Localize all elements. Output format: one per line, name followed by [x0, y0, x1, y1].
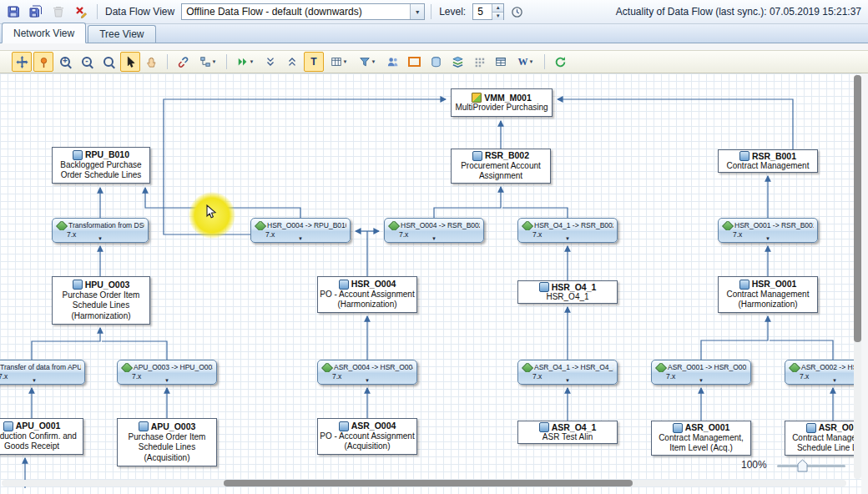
refresh-time-button[interactable]	[507, 2, 527, 22]
discard-changes-button[interactable]	[71, 2, 91, 22]
grid-table-button[interactable]	[491, 52, 511, 72]
execute-button[interactable]: ▼	[232, 52, 259, 72]
save-button[interactable]	[3, 2, 23, 22]
zoom-value: 100%	[741, 459, 767, 471]
transformation-label: HSR_O001 -> RSR_B001	[734, 221, 814, 230]
users-button[interactable]	[382, 52, 402, 72]
node-desc: Schedule Lines	[73, 300, 129, 311]
node-RPU_B010[interactable]: RPU_B010 Backlogged Purchase Order Sched…	[52, 147, 150, 184]
node-id: APU_O003	[151, 421, 196, 432]
expand-arrow-icon[interactable]: ▼	[699, 376, 704, 385]
transformation-node[interactable]: HSR_O004 -> RSR_B002 7.x ▼	[384, 218, 484, 243]
grid-dots-button[interactable]	[469, 52, 489, 72]
transformation-node[interactable]: ASR_O004 -> HSR_O004 7.x ▼	[317, 360, 417, 385]
expand-arrow-icon[interactable]: ▼	[365, 376, 370, 385]
datastore-icon	[739, 280, 749, 290]
node-RSR_B001[interactable]: RSR_B001 Contract Management	[718, 149, 818, 173]
expand-arrow-icon[interactable]: ▼	[431, 234, 437, 243]
expand-arrow-icon[interactable]: ▼	[98, 234, 103, 243]
expand-arrow-icon[interactable]: ▼	[832, 376, 837, 385]
node-HSR_O004[interactable]: HSR_O004 PO - Account Assignment (Harmon…	[317, 276, 417, 313]
node-HPU_O003[interactable]: HPU_O003 Purchase Order Item Schedule Li…	[52, 276, 150, 325]
data-flow-window: Data Flow View Offline Data Flow - defau…	[0, 0, 868, 494]
expand-arrow-icon[interactable]: ▼	[565, 234, 570, 243]
node-VMM_M001[interactable]: VMM_M001 MultiProvider Purchasing	[451, 88, 553, 117]
delete-button[interactable]	[48, 2, 68, 22]
zoom-slider-track[interactable]	[777, 465, 845, 467]
collapse-all-button[interactable]	[260, 52, 280, 72]
word-export-button[interactable]: W▼	[512, 52, 539, 72]
transformation-node[interactable]: ASR_O001 -> HSR_O001 7.x ▼	[651, 360, 751, 385]
mouse-cursor	[206, 204, 218, 223]
pan-mode-button[interactable]	[12, 52, 32, 72]
transformation-icon	[121, 363, 133, 372]
node-APU_O001[interactable]: APU_O001 Production Confirm. and Goods R…	[0, 418, 83, 455]
transformation-node[interactable]: ASR_O4_1 -> HSR_O4_1 7.x ▼	[517, 360, 618, 385]
tab-tree-view[interactable]: Tree View	[88, 25, 155, 43]
node-ASR_O004[interactable]: ASR_O004 PO - Account Assignment (Acquis…	[317, 418, 417, 455]
node-HSR_O4_1[interactable]: HSR_O4_1 HSR_O4_1	[517, 280, 618, 304]
spinner-down-icon[interactable]: ▼	[492, 12, 503, 20]
separator	[97, 4, 98, 19]
expand-arrow-icon[interactable]: ▼	[32, 376, 37, 385]
node-APU_O003[interactable]: APU_O003 Purchase Order Item Schedule Li…	[117, 418, 217, 466]
zoom-out-button[interactable]: -	[77, 52, 97, 72]
expand-all-button[interactable]	[282, 52, 302, 72]
node-desc: Procurement Account	[461, 161, 541, 172]
orange-frame-icon	[408, 57, 421, 67]
transformation-icon	[255, 221, 266, 230]
pin-layout-button[interactable]	[33, 52, 53, 72]
chevron-down-icon[interactable]: ▼	[410, 4, 424, 19]
separator	[226, 54, 227, 69]
node-ASR_O001[interactable]: ASR_O001 Contract Management, Item Level…	[651, 421, 751, 456]
text-tool-button[interactable]: T	[304, 52, 324, 72]
expand-arrow-icon[interactable]: ▼	[298, 234, 303, 243]
pan-hand-button[interactable]	[142, 52, 162, 72]
zoom-in-button[interactable]: +	[55, 52, 75, 72]
transformation-icon	[388, 221, 400, 230]
data-flow-select[interactable]: Offline Data Flow - default (downwards) …	[181, 3, 425, 20]
transformation-node[interactable]: HSR_O004 -> RPU_B010 7.x ▼	[250, 218, 351, 243]
layers-button[interactable]	[447, 52, 467, 72]
expand-arrow-icon[interactable]: ▼	[565, 376, 570, 385]
refresh-button[interactable]	[550, 52, 570, 72]
filter-button[interactable]: ▼	[354, 52, 381, 72]
highlight-frame-button[interactable]	[404, 52, 424, 72]
transformation-node[interactable]: APU_O003 -> HPU_O003 7.x ▼	[117, 360, 217, 385]
node-desc: Goods Receipt	[4, 441, 59, 452]
horizontal-scrollbar-thumb[interactable]	[224, 480, 633, 486]
network-diagram-canvas[interactable]: VMM_M001 MultiProvider Purchasing RPU_B0…	[0, 73, 868, 494]
transformation-label: APU_O003 -> HPU_O003	[134, 363, 213, 372]
node-RSR_B002[interactable]: RSR_B002 Procurement Account Assignment	[451, 149, 551, 184]
spinner-up-icon[interactable]: ▲	[492, 4, 503, 12]
save-all-button[interactable]	[26, 2, 46, 22]
unlink-button[interactable]	[173, 52, 193, 72]
expand-arrow-icon[interactable]: ▼	[765, 234, 770, 243]
datasource-button[interactable]	[426, 52, 446, 72]
table-view-button[interactable]: ▼	[326, 52, 352, 72]
transformation-node[interactable]: HSR_O001 -> RSR_B001 7.x ▼	[718, 218, 818, 243]
datastore-icon	[3, 421, 13, 431]
transformation-node[interactable]: HSR_O4_1 -> RSR_B002 7.x ▼	[517, 218, 618, 243]
transformation-label: ASR_O004 -> HSR_O004	[334, 363, 413, 372]
select-pointer-button[interactable]	[120, 52, 140, 72]
transformation-icon	[722, 221, 734, 230]
transformation-icon	[522, 363, 533, 372]
view-label: Data Flow View	[105, 6, 174, 18]
layout-direction-button[interactable]: ▼	[194, 52, 221, 72]
zoom-slider-thumb[interactable]	[797, 459, 808, 472]
level-spinner[interactable]: 5 ▲▼	[472, 3, 504, 20]
node-desc: PO - Account Assignment	[320, 290, 414, 300]
transformation-node[interactable]: Transformation from DSO HP... 7.x ▼	[52, 218, 149, 243]
datastore-icon	[73, 150, 83, 160]
node-desc: ASR Test Alin	[542, 432, 593, 443]
horizontal-scrollbar	[2, 480, 846, 486]
node-HSR_O001[interactable]: HSR_O001 Contract Management (Harmonizat…	[718, 276, 818, 313]
node-ASR_O4_1[interactable]: ASR_O4_1 ASR Test Alin	[517, 421, 618, 444]
vertical-scrollbar-thumb[interactable]	[854, 75, 861, 342]
transformation-node[interactable]: Transfer of data from APU... 7.x ▼	[0, 360, 85, 385]
separator	[431, 4, 431, 19]
tab-network-view[interactable]: Network View	[2, 23, 86, 43]
zoom-area-button[interactable]	[98, 52, 119, 72]
expand-arrow-icon[interactable]: ▼	[164, 376, 169, 385]
